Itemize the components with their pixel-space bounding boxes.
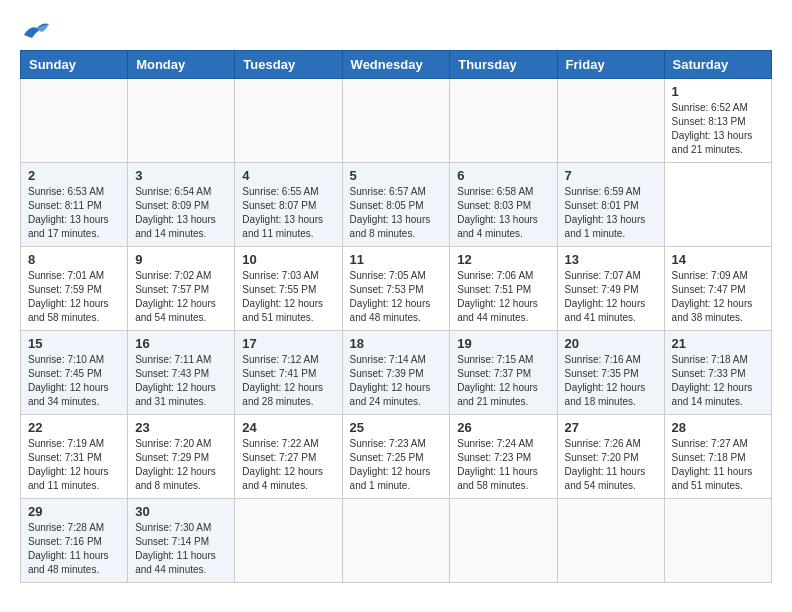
- calendar-header-saturday: Saturday: [664, 51, 771, 79]
- day-info: Sunrise: 7:03 AMSunset: 7:55 PMDaylight:…: [242, 269, 334, 325]
- day-info: Sunrise: 7:06 AMSunset: 7:51 PMDaylight:…: [457, 269, 549, 325]
- day-number: 1: [672, 84, 764, 99]
- calendar-header-tuesday: Tuesday: [235, 51, 342, 79]
- day-info: Sunrise: 7:26 AMSunset: 7:20 PMDaylight:…: [565, 437, 657, 493]
- calendar-cell: 29Sunrise: 7:28 AMSunset: 7:16 PMDayligh…: [21, 499, 128, 583]
- day-info: Sunrise: 7:28 AMSunset: 7:16 PMDaylight:…: [28, 521, 120, 577]
- day-info: Sunrise: 7:09 AMSunset: 7:47 PMDaylight:…: [672, 269, 764, 325]
- day-number: 3: [135, 168, 227, 183]
- day-info: Sunrise: 6:55 AMSunset: 8:07 PMDaylight:…: [242, 185, 334, 241]
- calendar-week-row: 29Sunrise: 7:28 AMSunset: 7:16 PMDayligh…: [21, 499, 772, 583]
- day-number: 26: [457, 420, 549, 435]
- calendar-cell: 3Sunrise: 6:54 AMSunset: 8:09 PMDaylight…: [128, 163, 235, 247]
- calendar-cell: 15Sunrise: 7:10 AMSunset: 7:45 PMDayligh…: [21, 331, 128, 415]
- day-number: 5: [350, 168, 443, 183]
- calendar-cell: 9Sunrise: 7:02 AMSunset: 7:57 PMDaylight…: [128, 247, 235, 331]
- day-info: Sunrise: 6:52 AMSunset: 8:13 PMDaylight:…: [672, 101, 764, 157]
- calendar-week-row: 1Sunrise: 6:52 AMSunset: 8:13 PMDaylight…: [21, 79, 772, 163]
- day-info: Sunrise: 6:54 AMSunset: 8:09 PMDaylight:…: [135, 185, 227, 241]
- day-number: 14: [672, 252, 764, 267]
- day-number: 13: [565, 252, 657, 267]
- calendar-cell: [664, 499, 771, 583]
- day-number: 4: [242, 168, 334, 183]
- day-number: 12: [457, 252, 549, 267]
- day-info: Sunrise: 7:14 AMSunset: 7:39 PMDaylight:…: [350, 353, 443, 409]
- calendar-cell: [557, 499, 664, 583]
- calendar-header-monday: Monday: [128, 51, 235, 79]
- calendar-table: SundayMondayTuesdayWednesdayThursdayFrid…: [20, 50, 772, 583]
- calendar-cell: 2Sunrise: 6:53 AMSunset: 8:11 PMDaylight…: [21, 163, 128, 247]
- day-number: 6: [457, 168, 549, 183]
- logo: [20, 20, 50, 40]
- day-info: Sunrise: 7:23 AMSunset: 7:25 PMDaylight:…: [350, 437, 443, 493]
- calendar-week-row: 2Sunrise: 6:53 AMSunset: 8:11 PMDaylight…: [21, 163, 772, 247]
- day-number: 2: [28, 168, 120, 183]
- calendar-cell: 1Sunrise: 6:52 AMSunset: 8:13 PMDaylight…: [664, 79, 771, 163]
- day-info: Sunrise: 7:15 AMSunset: 7:37 PMDaylight:…: [457, 353, 549, 409]
- day-number: 30: [135, 504, 227, 519]
- calendar-cell: [128, 79, 235, 163]
- calendar-header-row: SundayMondayTuesdayWednesdayThursdayFrid…: [21, 51, 772, 79]
- day-info: Sunrise: 7:18 AMSunset: 7:33 PMDaylight:…: [672, 353, 764, 409]
- calendar-cell: 6Sunrise: 6:58 AMSunset: 8:03 PMDaylight…: [450, 163, 557, 247]
- day-info: Sunrise: 7:01 AMSunset: 7:59 PMDaylight:…: [28, 269, 120, 325]
- calendar-cell: 13Sunrise: 7:07 AMSunset: 7:49 PMDayligh…: [557, 247, 664, 331]
- calendar-cell: 20Sunrise: 7:16 AMSunset: 7:35 PMDayligh…: [557, 331, 664, 415]
- day-number: 7: [565, 168, 657, 183]
- calendar-cell: 11Sunrise: 7:05 AMSunset: 7:53 PMDayligh…: [342, 247, 450, 331]
- page-header: [20, 20, 772, 40]
- day-info: Sunrise: 7:16 AMSunset: 7:35 PMDaylight:…: [565, 353, 657, 409]
- calendar-cell: 26Sunrise: 7:24 AMSunset: 7:23 PMDayligh…: [450, 415, 557, 499]
- calendar-week-row: 8Sunrise: 7:01 AMSunset: 7:59 PMDaylight…: [21, 247, 772, 331]
- day-number: 10: [242, 252, 334, 267]
- day-info: Sunrise: 6:58 AMSunset: 8:03 PMDaylight:…: [457, 185, 549, 241]
- day-number: 16: [135, 336, 227, 351]
- calendar-cell: [342, 79, 450, 163]
- calendar-header-friday: Friday: [557, 51, 664, 79]
- day-number: 15: [28, 336, 120, 351]
- calendar-cell: 18Sunrise: 7:14 AMSunset: 7:39 PMDayligh…: [342, 331, 450, 415]
- day-number: 18: [350, 336, 443, 351]
- calendar-cell: 7Sunrise: 6:59 AMSunset: 8:01 PMDaylight…: [557, 163, 664, 247]
- day-number: 21: [672, 336, 764, 351]
- calendar-header-thursday: Thursday: [450, 51, 557, 79]
- calendar-cell: 17Sunrise: 7:12 AMSunset: 7:41 PMDayligh…: [235, 331, 342, 415]
- calendar-cell: 19Sunrise: 7:15 AMSunset: 7:37 PMDayligh…: [450, 331, 557, 415]
- day-info: Sunrise: 7:22 AMSunset: 7:27 PMDaylight:…: [242, 437, 334, 493]
- day-info: Sunrise: 7:02 AMSunset: 7:57 PMDaylight:…: [135, 269, 227, 325]
- day-number: 23: [135, 420, 227, 435]
- day-number: 19: [457, 336, 549, 351]
- calendar-header-wednesday: Wednesday: [342, 51, 450, 79]
- calendar-cell: [342, 499, 450, 583]
- day-info: Sunrise: 6:57 AMSunset: 8:05 PMDaylight:…: [350, 185, 443, 241]
- calendar-cell: 14Sunrise: 7:09 AMSunset: 7:47 PMDayligh…: [664, 247, 771, 331]
- calendar-cell: 27Sunrise: 7:26 AMSunset: 7:20 PMDayligh…: [557, 415, 664, 499]
- day-number: 8: [28, 252, 120, 267]
- calendar-cell: 21Sunrise: 7:18 AMSunset: 7:33 PMDayligh…: [664, 331, 771, 415]
- calendar-cell: 22Sunrise: 7:19 AMSunset: 7:31 PMDayligh…: [21, 415, 128, 499]
- day-number: 25: [350, 420, 443, 435]
- day-number: 29: [28, 504, 120, 519]
- day-number: 27: [565, 420, 657, 435]
- calendar-cell: 24Sunrise: 7:22 AMSunset: 7:27 PMDayligh…: [235, 415, 342, 499]
- calendar-cell: 12Sunrise: 7:06 AMSunset: 7:51 PMDayligh…: [450, 247, 557, 331]
- calendar-cell: [450, 79, 557, 163]
- day-number: 28: [672, 420, 764, 435]
- calendar-cell: 10Sunrise: 7:03 AMSunset: 7:55 PMDayligh…: [235, 247, 342, 331]
- calendar-cell: 23Sunrise: 7:20 AMSunset: 7:29 PMDayligh…: [128, 415, 235, 499]
- calendar-week-row: 22Sunrise: 7:19 AMSunset: 7:31 PMDayligh…: [21, 415, 772, 499]
- day-info: Sunrise: 7:10 AMSunset: 7:45 PMDaylight:…: [28, 353, 120, 409]
- logo-bird-icon: [22, 20, 50, 40]
- day-info: Sunrise: 7:19 AMSunset: 7:31 PMDaylight:…: [28, 437, 120, 493]
- day-number: 22: [28, 420, 120, 435]
- day-info: Sunrise: 7:05 AMSunset: 7:53 PMDaylight:…: [350, 269, 443, 325]
- day-info: Sunrise: 6:53 AMSunset: 8:11 PMDaylight:…: [28, 185, 120, 241]
- calendar-cell: 8Sunrise: 7:01 AMSunset: 7:59 PMDaylight…: [21, 247, 128, 331]
- calendar-cell: 16Sunrise: 7:11 AMSunset: 7:43 PMDayligh…: [128, 331, 235, 415]
- calendar-cell: 25Sunrise: 7:23 AMSunset: 7:25 PMDayligh…: [342, 415, 450, 499]
- day-number: 20: [565, 336, 657, 351]
- calendar-cell: [235, 499, 342, 583]
- day-number: 11: [350, 252, 443, 267]
- calendar-cell: [21, 79, 128, 163]
- calendar-cell: [450, 499, 557, 583]
